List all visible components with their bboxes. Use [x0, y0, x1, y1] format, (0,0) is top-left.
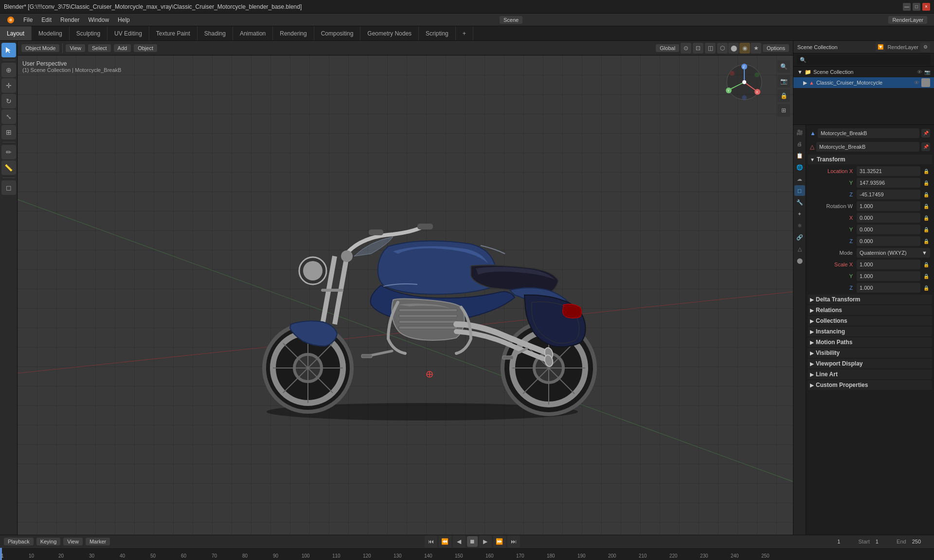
viewport-canvas[interactable]: User Perspective (1) Scene Collection | … [18, 55, 793, 535]
outliner-filter[interactable]: 🔽 [876, 42, 885, 52]
rotation-z-field[interactable]: 0.000 [857, 236, 920, 246]
scale-tool[interactable]: ⤡ [1, 109, 16, 124]
tab-rendering[interactable]: Rendering [273, 26, 314, 40]
tab-geometry-nodes[interactable]: Geometry Nodes [360, 26, 419, 40]
tab-texture-paint[interactable]: Texture Paint [149, 26, 198, 40]
relations-section-header[interactable]: ▶ Relations [808, 305, 932, 315]
menu-render[interactable]: Render [56, 15, 83, 25]
view-lock-button[interactable]: 🔒 [777, 89, 790, 102]
select-menu[interactable]: Select [88, 44, 111, 52]
object-properties-icon[interactable]: ◻ [794, 185, 805, 196]
overlays-toggle[interactable]: ⊡ [693, 43, 703, 53]
menu-blender[interactable] [3, 15, 18, 25]
marker-menu[interactable]: Marker [86, 538, 110, 545]
location-y-field[interactable]: 147.93596 [857, 178, 920, 188]
view-layer-properties-icon[interactable]: 📋 [794, 150, 805, 161]
gizmos-toggle[interactable]: ⊙ [681, 43, 691, 53]
outliner-motorcycle-item[interactable]: ▶ ▲ Classic_Cruiser_Motorcycle 👁 [793, 77, 934, 88]
tab-modeling[interactable]: Modeling [32, 26, 70, 40]
rotation-mode-dropdown[interactable]: Quaternion (WXYZ) ▼ [857, 248, 930, 258]
frame-ruler[interactable]: 1 10 20 30 40 50 60 70 80 90 100 110 120… [0, 547, 934, 560]
navigation-gizmo[interactable]: Z X Y [725, 63, 764, 102]
scene-properties-icon[interactable]: 🌐 [794, 162, 805, 173]
scale-x-lock[interactable]: 🔒 [922, 261, 930, 268]
transform-section-header[interactable]: ▼ Transform [808, 155, 932, 164]
add-cube-tool[interactable]: ◻ [1, 180, 16, 195]
rotation-w-lock[interactable]: 🔒 [922, 202, 930, 210]
rotation-z-lock[interactable]: 🔒 [922, 237, 930, 245]
custom-properties-section-header[interactable]: ▶ Custom Properties [808, 380, 932, 390]
render-properties-icon[interactable]: 🎥 [794, 127, 805, 138]
close-button[interactable]: × [922, 3, 930, 11]
render-icon[interactable]: 📷 [924, 70, 930, 75]
mesh-lock-button[interactable]: 📌 [921, 142, 930, 151]
instancing-section-header[interactable]: ▶ Instancing [808, 327, 932, 336]
keying-menu[interactable]: Keying [36, 538, 61, 545]
play-reverse-button[interactable]: ◀ [453, 535, 466, 548]
view-menu-timeline[interactable]: View [63, 538, 83, 545]
rotation-x-field[interactable]: 0.000 [857, 213, 920, 223]
scene-selector[interactable]: Scene [500, 16, 522, 24]
view-camera-button[interactable]: 📷 [777, 75, 790, 88]
output-properties-icon[interactable]: 🖨 [794, 139, 805, 149]
cursor-tool[interactable]: ⊕ [1, 63, 16, 77]
view-grid-button[interactable]: ⊞ [777, 104, 790, 117]
particles-properties-icon[interactable]: ✦ [794, 209, 805, 219]
viewport-global-local[interactable]: Global [656, 44, 679, 52]
playback-menu[interactable]: Playback [4, 538, 34, 545]
location-z-lock[interactable]: 🔒 [922, 191, 930, 198]
wireframe-mode[interactable]: ⬡ [717, 43, 728, 53]
viewport-display-section-header[interactable]: ▶ Viewport Display [808, 359, 932, 368]
menu-window[interactable]: Window [84, 15, 113, 25]
object-data-name-field[interactable]: Motorcycle_BreakB [816, 142, 919, 152]
tab-add[interactable]: + [456, 26, 473, 40]
menu-help[interactable]: Help [114, 15, 134, 25]
current-frame-field[interactable]: 1 [834, 537, 855, 546]
location-y-lock[interactable]: 🔒 [922, 179, 930, 187]
next-keyframe-button[interactable]: ⏩ [493, 535, 506, 548]
maximize-button[interactable]: □ [913, 3, 920, 11]
modifier-properties-icon[interactable]: 🔧 [794, 197, 805, 208]
location-x-field[interactable]: 31.32521 [857, 166, 920, 176]
scale-y-field[interactable]: 1.000 [857, 271, 920, 281]
rotate-tool[interactable]: ↻ [1, 94, 16, 108]
rotation-y-lock[interactable]: 🔒 [922, 226, 930, 233]
render-layer-selector[interactable]: RenderLayer [888, 16, 927, 24]
tab-shading[interactable]: Shading [198, 26, 233, 40]
scale-x-field[interactable]: 1.000 [857, 260, 920, 269]
delta-transform-section-header[interactable]: ▶ Delta Transform [808, 295, 932, 304]
transform-tool[interactable]: ⊞ [1, 125, 16, 140]
menu-file[interactable]: File [19, 15, 36, 25]
tab-uv-editing[interactable]: UV Editing [108, 26, 149, 40]
start-frame-field[interactable]: 1 [873, 537, 894, 546]
stop-button[interactable]: ⏹ [467, 536, 478, 547]
outliner-search-input[interactable]: 🔍 [797, 55, 931, 65]
rotation-y-field[interactable]: 0.000 [857, 225, 920, 234]
move-tool[interactable]: ✛ [1, 78, 16, 93]
add-menu[interactable]: Add [114, 44, 131, 52]
object-name-field[interactable]: Motorcycle_BreakB [818, 128, 919, 138]
minimize-button[interactable]: — [903, 3, 911, 11]
play-button[interactable]: ▶ [479, 535, 492, 548]
jump-to-end-button[interactable]: ⏭ [507, 535, 520, 548]
select-tool[interactable] [1, 43, 16, 57]
world-properties-icon[interactable]: ☁ [794, 174, 805, 184]
tab-sculpting[interactable]: Sculpting [70, 26, 108, 40]
annotate-tool[interactable]: ✏ [1, 145, 16, 159]
visibility-icon-2[interactable]: 👁 [914, 80, 919, 86]
location-z-field[interactable]: -45.17459 [857, 190, 920, 199]
zoom-in-button[interactable]: 🔍 [777, 60, 790, 73]
visibility-section-header[interactable]: ▶ Visibility [808, 348, 932, 358]
solid-mode[interactable]: ⬤ [728, 43, 739, 53]
object-menu[interactable]: Object [134, 44, 157, 52]
object-data-properties-icon[interactable]: △ [794, 244, 805, 254]
visibility-icon[interactable]: 👁 [917, 69, 922, 75]
options-button[interactable]: Options [763, 44, 789, 52]
material-mode[interactable]: ◉ [739, 43, 750, 53]
menu-edit[interactable]: Edit [37, 15, 55, 25]
constraints-properties-icon[interactable]: 🔗 [794, 232, 805, 243]
xray-toggle[interactable]: ◫ [705, 43, 716, 53]
scale-z-field[interactable]: 1.000 [857, 283, 920, 293]
scale-z-lock[interactable]: 🔒 [922, 284, 930, 292]
measure-tool[interactable]: 📏 [1, 160, 16, 175]
